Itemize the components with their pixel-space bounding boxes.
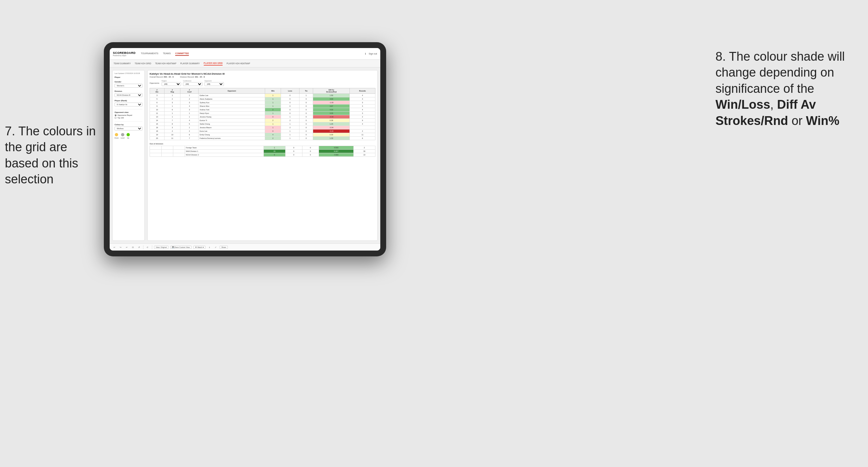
cell-diff: 4.00 xyxy=(313,97,350,101)
toolbar-export1[interactable]: ⤓ xyxy=(207,246,212,249)
cell-rounds: 10 xyxy=(353,153,375,157)
cell-rounds: 4 xyxy=(350,94,375,97)
toolbar-export2[interactable]: ⤢ xyxy=(214,246,218,249)
colour-by-label: Colour by xyxy=(115,124,143,126)
cell-loss: 1 xyxy=(281,133,299,136)
cell-div xyxy=(150,146,162,150)
table-row: 15 8 5 Stella Cheng 1 1 0 1.25 4 xyxy=(150,122,375,126)
cell-conf xyxy=(173,146,185,150)
division-select[interactable]: NCAA Division III xyxy=(115,93,143,97)
cell-win: 1 xyxy=(265,104,281,108)
table-row: 9 1 4 Sharon Mun 1 0 0 3.67 3 xyxy=(150,104,375,108)
ood-table-row: Foreign Team 1 0 0 4.500 2 xyxy=(150,146,375,150)
cell-opponent: Stella Cheng xyxy=(198,122,265,126)
radio-opponents-played[interactable]: Opponents Played xyxy=(115,114,143,116)
nav-committee[interactable]: COMMITTEE xyxy=(175,52,189,56)
cell-win: 0 xyxy=(265,129,281,133)
colour-by-select[interactable]: Win/loss xyxy=(115,127,143,130)
cell-tie: 0 xyxy=(302,146,319,150)
cell-rounds: 2 xyxy=(350,115,375,119)
toolbar-undo2[interactable]: ↩ xyxy=(125,246,129,249)
filter-region-select[interactable]: (All) xyxy=(162,82,181,86)
cell-diff: 4.00 xyxy=(313,108,350,112)
cell-opponent: Emily Chang xyxy=(198,133,265,136)
cell-tie: 0 xyxy=(299,119,313,122)
right-annotation: 8. The colour shade will change dependin… xyxy=(715,49,858,129)
gender-select[interactable]: Women's xyxy=(115,84,143,88)
cell-reg: 11 xyxy=(164,136,180,140)
cell-diff: 1.33 xyxy=(313,136,350,140)
toolbar-refresh[interactable]: ↺ xyxy=(137,246,141,249)
colour-by-section: Colour by Win/loss xyxy=(115,124,143,130)
cell-conf: 1 xyxy=(180,126,198,129)
sub-nav-player-summary[interactable]: PLAYER SUMMARY xyxy=(180,62,200,65)
player-label: Player xyxy=(115,76,143,78)
toolbar-view-original[interactable]: View: Original xyxy=(154,246,168,249)
sub-nav-team-summary[interactable]: TEAM SUMMARY xyxy=(114,62,131,65)
toolbar-watch[interactable]: 👁 Watch ▾ xyxy=(193,246,206,249)
cell-diff: -1.00 xyxy=(313,101,350,104)
col-reg: #Reg xyxy=(164,88,180,94)
cell-win: 1 xyxy=(265,122,281,126)
cell-diff: 1.25 xyxy=(313,122,350,126)
sub-nav-player-h2h-grid[interactable]: PLAYER H2H GRID xyxy=(204,61,223,66)
col-win: Win xyxy=(265,88,281,94)
cell-loss: 1 xyxy=(281,129,299,133)
cell-diff: -0.94 xyxy=(313,126,350,129)
cell-reg: 1 xyxy=(164,94,180,97)
division-section: Division NCAA Division III xyxy=(115,90,143,97)
cell-opponent: NAIA Division 1 xyxy=(185,150,264,153)
cell-win: 2 xyxy=(265,136,281,140)
filter-row: Opponents: Region (All) Conference (All) xyxy=(150,80,375,86)
toolbar-timer[interactable]: ⏱ xyxy=(145,246,150,249)
cell-div: 3 xyxy=(150,94,164,97)
nav-teams[interactable]: TEAMS xyxy=(163,52,171,56)
player-rank-select[interactable]: 8. Katelyn Vo xyxy=(115,102,143,106)
cell-diff: -3.00 xyxy=(313,115,350,119)
left-panel: Last Updated: 27/03/2024 16:55:38 Player… xyxy=(112,70,145,241)
left-annotation: 7. The colours in the grid are based on … xyxy=(5,123,99,188)
cell-tie: 0 xyxy=(299,122,313,126)
cell-conf: 2 xyxy=(180,129,198,133)
sub-nav-team-h2h-heatmap[interactable]: TEAM H2H HEATMAP xyxy=(155,62,177,65)
gender-section: Gender Women's xyxy=(115,81,143,88)
legend-up: Up xyxy=(127,133,130,139)
cell-rounds: 30 xyxy=(353,150,375,153)
cell-conf xyxy=(173,150,185,153)
cell-loss: 0 xyxy=(281,97,299,101)
toolbar-copy[interactable]: ⊡ xyxy=(131,246,135,249)
filter-conference-select[interactable]: (All) xyxy=(183,82,203,86)
toolbar-share[interactable]: Share xyxy=(220,246,228,249)
cell-reg: 1 xyxy=(164,104,180,108)
col-div: #Div xyxy=(150,88,164,94)
toolbar-save-custom[interactable]: 💾 Save Custom View xyxy=(170,246,191,249)
ood-table-row: NAIA Division 1 15 0 0 9.267 30 xyxy=(150,150,375,153)
nav-tournaments[interactable]: TOURNAMENTS xyxy=(141,52,158,56)
radio-top100[interactable]: Top 100 xyxy=(115,117,143,119)
cell-tie: 0 xyxy=(299,129,313,133)
cell-reg: 2 xyxy=(164,129,180,133)
cell-opponent: Foreign Team xyxy=(185,146,264,150)
cell-opponent: Sharon Mun xyxy=(198,104,265,108)
filter-opponent-group: Opponent (All) xyxy=(205,80,224,86)
cell-loss: 0 xyxy=(285,153,302,157)
nav-signout[interactable]: Sign out xyxy=(369,52,377,56)
cell-tie: 0 xyxy=(299,101,313,104)
cell-win: 5 xyxy=(264,153,285,157)
sub-nav-team-h2h-grid[interactable]: TEAM H2H GRID xyxy=(135,62,151,65)
cell-tie: 0 xyxy=(299,108,313,112)
table-row: 16 3 1 Jessica Mason 1 2 0 -0.94 xyxy=(150,126,375,129)
cell-reg xyxy=(161,150,173,153)
radio-dot-top100 xyxy=(115,117,117,119)
toolbar-redo[interactable]: ↪ xyxy=(118,246,123,249)
cell-conf xyxy=(173,153,185,157)
sub-nav: TEAM SUMMARY TEAM H2H GRID TEAM H2H HEAT… xyxy=(110,60,380,67)
filter-opponent-select[interactable]: (All) xyxy=(205,82,224,86)
sub-nav-player-h2h-heatmap[interactable]: PLAYER H2H HEATMAP xyxy=(226,62,250,65)
cell-opponent: Sydney Kuo xyxy=(198,101,265,104)
toolbar-undo[interactable]: ↩ xyxy=(112,246,117,249)
table-row: 6 3 3 Sydney Kuo 1 0 0 -1.00 3 xyxy=(150,101,375,104)
table-row: 5 2 2 Alexis Sudjianto 1 0 0 4.00 3 xyxy=(150,97,375,101)
out-of-division-section: Out of division Foreign Team 1 0 0 4.500… xyxy=(150,143,375,157)
cell-rounds: 4 xyxy=(350,108,375,112)
